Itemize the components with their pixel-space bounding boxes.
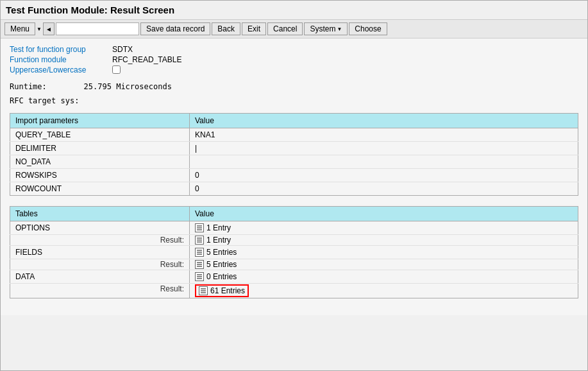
- fields-result-label: Result:: [10, 259, 190, 270]
- test-group-label: Test for function group: [10, 45, 112, 54]
- param-fields: FIELDS: [10, 246, 190, 259]
- system-button[interactable]: System ▼: [304, 22, 348, 35]
- value-rowcount: 0: [190, 182, 578, 196]
- runtime-value: 25.795 Microseconds: [84, 82, 172, 91]
- exit-button[interactable]: Exit: [242, 22, 266, 35]
- import-col1-header: Import parameters: [10, 114, 190, 128]
- table-row: OPTIONS 1 Entry: [10, 221, 578, 235]
- table-row: QUERY_TABLE KNA1: [10, 128, 578, 142]
- save-button[interactable]: Save data record: [140, 22, 210, 35]
- table-icon: [195, 272, 204, 281]
- table-icon: [195, 236, 204, 245]
- param-query-table: QUERY_TABLE: [10, 128, 190, 142]
- highlighted-result[interactable]: 61 Entries: [195, 284, 249, 297]
- table-row: NO_DATA: [10, 155, 578, 169]
- param-no-data: NO_DATA: [10, 155, 190, 169]
- menu-button[interactable]: Menu: [4, 22, 35, 35]
- value-delimiter: |: [190, 142, 578, 155]
- value-no-data: [190, 155, 578, 169]
- function-module-label: Function module: [10, 55, 112, 64]
- table-row: ROWSKIPS 0: [10, 169, 578, 182]
- value-options: 1 Entry: [190, 221, 578, 235]
- nav-back-arrow[interactable]: ◄: [43, 22, 55, 35]
- data-result-value: 61 Entries: [190, 284, 578, 298]
- choose-button[interactable]: Choose: [349, 22, 387, 35]
- table-row: Result: 1 Entry: [10, 235, 578, 246]
- uppercase-checkbox[interactable]: [112, 65, 121, 74]
- tables-col2-header: Value: [190, 207, 578, 221]
- main-window: Test Function Module: Result Screen Menu…: [0, 0, 588, 371]
- tables-col1-header: Tables: [10, 207, 190, 221]
- import-table-body: QUERY_TABLE KNA1 DELIMITER | NO_DATA ROW…: [10, 128, 578, 196]
- value-query-table: KNA1: [190, 128, 578, 142]
- fields-result-value: 5 Entries: [190, 259, 578, 270]
- table-icon: [195, 223, 204, 232]
- test-group-value: SDTX: [112, 45, 578, 54]
- toolbar: Menu ▼ ◄ Save data record Back Exit Canc…: [1, 20, 587, 39]
- rfc-row: RFC target sys:: [10, 96, 578, 105]
- tables-table: Tables Value OPTIONS 1 Entry Resul: [10, 206, 578, 298]
- system-dropdown-icon: ▼: [337, 26, 342, 32]
- back-button[interactable]: Back: [212, 22, 240, 35]
- function-module-value: RFC_READ_TABLE: [112, 55, 578, 64]
- param-rowskips: ROWSKIPS: [10, 169, 190, 182]
- table-row: DELIMITER |: [10, 142, 578, 155]
- runtime-row: Runtime: 25.795 Microseconds: [10, 82, 578, 91]
- data-result-label: Result:: [10, 284, 190, 298]
- runtime-label: Runtime:: [10, 82, 47, 91]
- uppercase-checkbox-cell: [112, 65, 578, 76]
- window-title: Test Function Module: Result Screen: [6, 4, 174, 15]
- table-row: ROWCOUNT 0: [10, 182, 578, 196]
- param-data: DATA: [10, 270, 190, 284]
- toolbar-input[interactable]: [56, 22, 139, 35]
- param-options: OPTIONS: [10, 221, 190, 235]
- info-section: Test for function group SDTX Function mo…: [10, 45, 578, 76]
- import-parameters-table: Import parameters Value QUERY_TABLE KNA1…: [10, 113, 578, 196]
- options-result-label: Result:: [10, 235, 190, 246]
- table-row: Result: 5 Entries: [10, 259, 578, 270]
- menu-dropdown-icon[interactable]: ▼: [37, 26, 42, 32]
- cancel-button[interactable]: Cancel: [267, 22, 303, 35]
- param-delimiter: DELIMITER: [10, 142, 190, 155]
- title-bar: Test Function Module: Result Screen: [1, 1, 587, 20]
- uppercase-label: Uppercase/Lowercase: [10, 65, 112, 76]
- table-icon: [195, 260, 204, 269]
- value-fields: 5 Entries: [190, 246, 578, 259]
- table-row: Result: 61 Entries: [10, 284, 578, 298]
- table-icon: [199, 286, 208, 295]
- value-rowskips: 0: [190, 169, 578, 182]
- table-icon: [195, 248, 204, 257]
- import-col2-header: Value: [190, 114, 578, 128]
- table-row: DATA 0 Entries: [10, 270, 578, 284]
- rfc-label: RFC target sys:: [10, 96, 79, 105]
- value-data: 0 Entries: [190, 270, 578, 284]
- param-rowcount: ROWCOUNT: [10, 182, 190, 196]
- tables-body: OPTIONS 1 Entry Result: 1 Entry: [10, 221, 578, 298]
- table-row: FIELDS 5 Entries: [10, 246, 578, 259]
- content-area: Test for function group SDTX Function mo…: [1, 39, 587, 315]
- options-result-value: 1 Entry: [190, 235, 578, 246]
